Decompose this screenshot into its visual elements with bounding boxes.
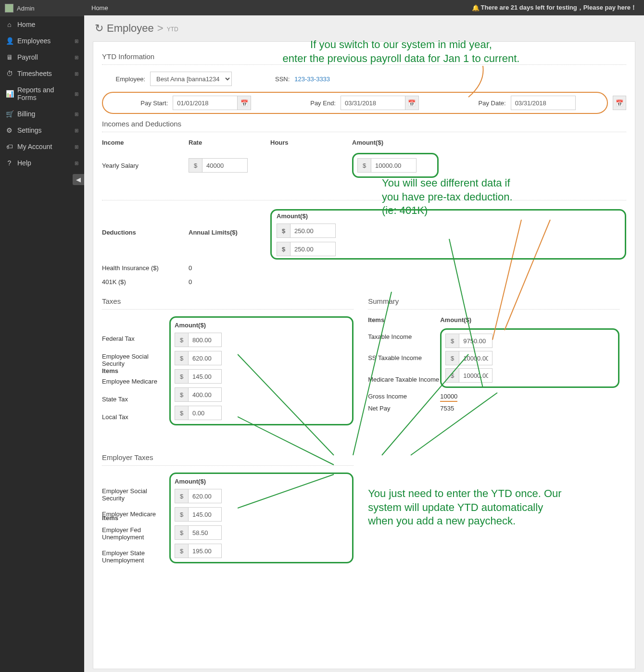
expand-icon: ⊞ (75, 128, 78, 133)
ded-401k-limit: 0 (189, 278, 270, 286)
page-title: Employee (107, 22, 154, 35)
nav-my-account[interactable]: 🏷My Account⊞ (0, 138, 84, 155)
dollar-icon: $ (445, 334, 459, 348)
payend-calendar-icon[interactable]: 📅 (405, 96, 419, 110)
nav-payroll[interactable]: 🖥Payroll⊞ (0, 49, 84, 65)
tax-local-tax-input[interactable] (188, 406, 222, 420)
nav-timesheets[interactable]: ⏱Timesheets⊞ (0, 65, 84, 82)
paystart-input[interactable] (173, 96, 238, 110)
ded-health-amount[interactable] (290, 224, 336, 238)
emp-employer-state-unemployment-input[interactable] (188, 544, 222, 558)
employee-select[interactable]: Best Anna [banna1234@gm (150, 72, 232, 86)
dollar-icon: $ (175, 406, 188, 420)
payend-input[interactable] (341, 96, 405, 110)
breadcrumb-home[interactable]: Home (91, 4, 108, 12)
sum-ss: SS Taxable Income (368, 354, 440, 361)
ssn-label: SSN: (275, 75, 290, 83)
user-name: Admin (17, 5, 35, 12)
sum-net: Net Pay (368, 405, 440, 412)
dollar-icon: $ (175, 351, 188, 365)
paydate-label: Pay Date: (472, 100, 506, 107)
dollar-icon: $ (175, 507, 188, 522)
limits-header: Annual Limits($) (189, 229, 270, 236)
emp-amount-header: Amount($) (175, 478, 206, 485)
employees-icon: 👤 (6, 37, 13, 45)
sum-medicare-input[interactable] (459, 368, 492, 383)
avatar (5, 4, 13, 12)
annotation-ytd-once: You just need to enter the YTD once. Our… (368, 487, 570, 528)
expand-icon: ⊞ (75, 71, 78, 76)
page-header: ↻ Employee > YTD (84, 15, 644, 41)
dollar-icon: $ (357, 158, 371, 173)
sum-gross: Gross Income (368, 393, 440, 400)
dollar-icon: $ (445, 351, 459, 365)
sum-items-header: Items (368, 316, 440, 324)
expand-icon: ⊞ (75, 91, 78, 97)
nav-settings[interactable]: ⚙Settings⊞ (0, 122, 84, 138)
ded-401k: 401K ($) (102, 278, 189, 286)
timesheets-icon: ⏱ (6, 70, 13, 77)
paydate-calendar-icon[interactable]: 📅 (613, 96, 626, 110)
emp-employer-state-unemployment: Employer State Unemployment (102, 549, 169, 564)
page-subtitle: YTD (167, 26, 178, 33)
expand-icon: ⊞ (75, 112, 78, 117)
home-icon: ⌂ (6, 21, 13, 28)
emp-employer-medicare-input[interactable] (188, 507, 222, 522)
emp-employer-medicare: Employer Medicare (102, 510, 169, 518)
collapse-sidebar-button[interactable]: ◀ (73, 174, 84, 185)
tax-federal-tax-input[interactable] (188, 333, 222, 347)
rate-input[interactable] (202, 158, 248, 173)
trial-notice[interactable]: There are 21 days left for testing，Pleas… (481, 3, 637, 12)
income-row-salary: Yearly Salary (102, 162, 189, 169)
dollar-icon: $ (189, 158, 202, 173)
ded-health-limit: 0 (189, 264, 270, 272)
ssn-value[interactable]: 123-33-3333 (294, 75, 330, 83)
billing-icon: 🛒 (6, 110, 13, 118)
amount-input-salary[interactable] (371, 158, 417, 173)
tax-state-tax-input[interactable] (188, 387, 222, 402)
deductions-header: Deductions (102, 229, 189, 236)
sum-ss-input[interactable] (459, 351, 492, 365)
dollar-icon: $ (175, 489, 188, 503)
nav-employees[interactable]: 👤Employees⊞ (0, 33, 84, 49)
settings-icon: ⚙ (6, 126, 13, 134)
sum-taxable-input[interactable] (459, 334, 492, 348)
ded-health: Health Insurance ($) (102, 264, 189, 272)
emp-employer-fed-unemployment: Employer Fed Unemployment (102, 526, 169, 541)
dollar-icon: $ (175, 387, 188, 402)
bell-icon: 🔔 (472, 4, 480, 12)
hours-header: Hours (270, 139, 352, 146)
sum-net-value: 7535 (440, 405, 619, 412)
income-section-title: Incomes and Deductions (102, 120, 626, 128)
nav-help[interactable]: ?Help⊞ (0, 155, 84, 171)
topbar: Home 🔔 There are 21 days left for testin… (84, 0, 644, 15)
reports-and-forms-icon: 📊 (6, 90, 13, 98)
sidebar-user[interactable]: Admin (0, 0, 84, 16)
emp-employer-social-security: Employer Social Security (102, 487, 169, 502)
tax-employee-social-security-input[interactable] (188, 351, 222, 365)
dollar-icon: $ (277, 224, 290, 238)
ytd-panel: If you switch to our system in mid year,… (93, 41, 635, 669)
nav-reports-and-forms[interactable]: 📊Reports and Forms⊞ (0, 82, 84, 106)
dollar-icon: $ (175, 544, 188, 558)
paystart-label: Pay Start: (134, 100, 168, 107)
tax-employee-medicare-input[interactable] (188, 369, 222, 384)
sum-taxable: Taxable Income (368, 333, 440, 340)
income-header: Income (102, 139, 189, 146)
expand-icon: ⊞ (75, 55, 78, 60)
emp-employer-social-security-input[interactable] (188, 489, 222, 503)
dollar-icon: $ (175, 369, 188, 384)
ded-401k-amount[interactable] (290, 242, 336, 256)
sum-amount-header: Amount($) (440, 316, 619, 324)
rate-header: Rate (189, 139, 270, 146)
paydate-input[interactable] (511, 96, 576, 110)
paystart-calendar-icon[interactable]: 📅 (238, 96, 251, 110)
dollar-icon: $ (175, 525, 188, 540)
emp-employer-fed-unemployment-input[interactable] (188, 525, 222, 540)
tax-local-tax: Local Tax (102, 413, 169, 421)
tax-federal-tax: Federal Tax (102, 335, 169, 342)
nav-billing[interactable]: 🛒Billing⊞ (0, 106, 84, 122)
tax-employee-social-security: Employee Social Security (102, 353, 169, 367)
nav-home[interactable]: ⌂Home (0, 16, 84, 33)
payend-label: Pay End: (304, 100, 336, 107)
